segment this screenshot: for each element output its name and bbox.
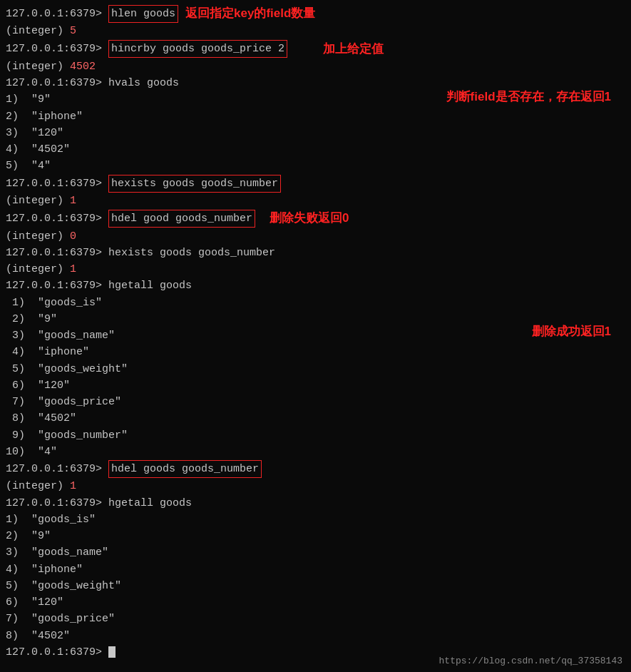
- hvals-block: 1) "9" 2) "iphone" 3) "120" 4) "4502" 判断…: [6, 91, 625, 158]
- annotation-delete-success-area: 删除成功返回1: [525, 323, 611, 340]
- line-hexists2: 127.0.0.1:6379> hexists goods goods_numb…: [6, 245, 625, 261]
- cursor: [108, 646, 116, 658]
- hg1-9: 9) "goods_number": [6, 427, 525, 444]
- cmd-hincrby: hincrby goods goods_price 2: [108, 40, 287, 58]
- footer-url: https://blog.csdn.net/qq_37358143: [439, 656, 622, 666]
- cmd-hdel-success: hdel goods goods_number: [108, 460, 262, 478]
- hg2-7: 7) "goods_price": [6, 611, 625, 627]
- line-hgetall1: 127.0.0.1:6379> hgetall goods: [6, 278, 625, 294]
- hg1-1: 1) "goods_is": [6, 295, 525, 311]
- line-3: 127.0.0.1:6379> hincrby goods goods_pric…: [6, 40, 625, 58]
- hg2-6: 6) "120": [6, 594, 625, 611]
- final-prompt: 127.0.0.1:6379>: [6, 644, 108, 661]
- hg2-3: 3) "goods_name": [6, 544, 625, 561]
- hg1-10: 10) "4": [6, 444, 625, 460]
- hg2-1: 1) "goods_is": [6, 511, 625, 528]
- hg1-2: 2) "9": [6, 311, 525, 327]
- terminal: 127.0.0.1:6379> hlen goods 返回指定key的field…: [0, 0, 631, 672]
- cmd-hdel-fail: hdel good goods_number: [108, 210, 255, 228]
- hg1-7: 7) "goods_price": [6, 394, 525, 410]
- annotation-hdel-fail: 删除失败返回0: [270, 209, 349, 228]
- hvals-results: 1) "9" 2) "iphone" 3) "120" 4) "4502": [6, 91, 439, 158]
- hg1-4: 4) "iphone": [6, 344, 525, 360]
- line-hgetall2: 127.0.0.1:6379> hgetall goods: [6, 495, 625, 511]
- annotation-hexists: 判断field是否存在，存在返回1: [446, 88, 611, 105]
- cmd-hlen: hlen goods: [108, 5, 178, 23]
- annotation-hlen: 返回指定key的field数量: [185, 4, 315, 23]
- annotation-hexists-area: 判断field是否存在，存在返回1: [439, 88, 611, 105]
- line-hdel-fail: 127.0.0.1:6379> hdel good goods_number 删…: [6, 209, 625, 228]
- hvals-4: 4) "4502": [6, 141, 439, 158]
- cmd-hexists: hexists goods goods_number: [108, 175, 281, 193]
- hvals-3: 3) "120": [6, 125, 439, 141]
- hg1-5: 5) "goods_weight": [6, 361, 525, 377]
- prompt-hexists: 127.0.0.1:6379>: [6, 175, 108, 192]
- line-1: 127.0.0.1:6379> hlen goods 返回指定key的field…: [6, 4, 625, 23]
- hgetall1-results: 1) "goods_is" 2) "9" 3) "goods_name" 4) …: [6, 295, 525, 444]
- result-hincrby: (integer) 4502: [6, 58, 96, 75]
- result-hdel-success: (integer) 1: [6, 478, 625, 494]
- prompt-1: 127.0.0.1:6379>: [6, 6, 108, 22]
- line-hexists: 127.0.0.1:6379> hexists goods goods_numb…: [6, 175, 625, 193]
- annotation-hincrby: 加上给定值: [323, 40, 384, 58]
- hg2-8: 8) "4502": [6, 628, 625, 644]
- hg2-4: 4) "iphone": [6, 561, 625, 578]
- result-hexists: (integer) 1: [6, 193, 625, 209]
- hg1-3: 3) "goods_name": [6, 327, 525, 344]
- prompt-5: 127.0.0.1:6379> hvals goods: [6, 75, 179, 91]
- prompt-hdel-fail: 127.0.0.1:6379>: [6, 210, 108, 227]
- line-2: (integer) 5: [6, 23, 625, 39]
- hgetall-block1: 1) "goods_is" 2) "9" 3) "goods_name" 4) …: [6, 295, 625, 444]
- hvals-2: 2) "iphone": [6, 108, 439, 125]
- annotation-delete-success: 删除成功返回1: [532, 323, 611, 340]
- hvals-1: 1) "9": [6, 91, 439, 108]
- hvals-5: 5) "4": [6, 158, 625, 174]
- hg2-5: 5) "goods_weight": [6, 578, 625, 594]
- prompt-hdel-success: 127.0.0.1:6379>: [6, 461, 108, 477]
- hg2-2: 2) "9": [6, 528, 625, 544]
- result-hlen: (integer) 5: [6, 23, 76, 39]
- hg1-6: 6) "120": [6, 377, 525, 394]
- result-hdel-fail: (integer) 0: [6, 228, 625, 245]
- line-4: (integer) 4502: [6, 58, 625, 75]
- line-hdel-success: 127.0.0.1:6379> hdel goods goods_number: [6, 460, 625, 478]
- result-hexists2: (integer) 1: [6, 261, 625, 278]
- hg1-8: 8) "4502": [6, 410, 525, 427]
- prompt-3: 127.0.0.1:6379>: [6, 41, 108, 57]
